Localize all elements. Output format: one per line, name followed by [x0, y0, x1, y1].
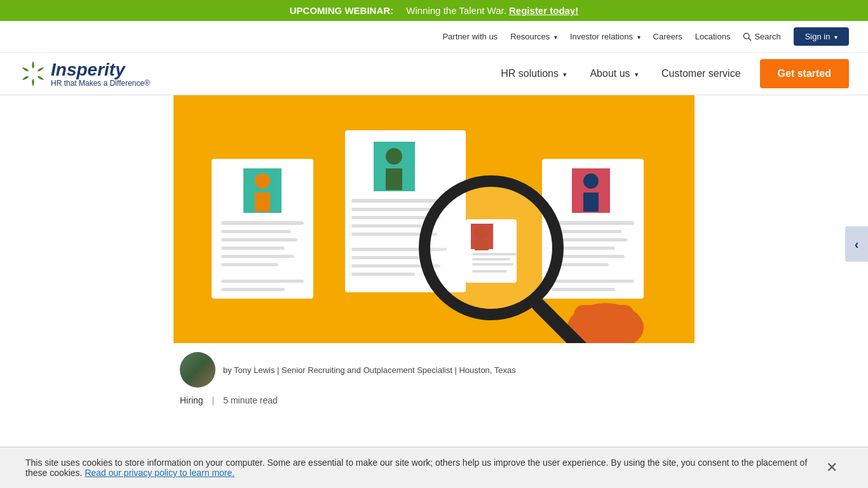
banner-label: UPCOMING WEBINAR: — [290, 5, 393, 16]
top-banner: UPCOMING WEBINAR: Winning the Talent War… — [0, 0, 868, 21]
svg-rect-50 — [472, 258, 510, 261]
primary-nav-links: HR solutions ▾ About us ▾ Customer servi… — [501, 68, 740, 79]
svg-rect-31 — [583, 193, 599, 212]
logo-text: Insperity — [51, 60, 150, 80]
article-category: Hiring — [180, 395, 203, 405]
svg-rect-10 — [221, 247, 285, 250]
investor-relations-link[interactable]: Investor relations ▾ — [570, 32, 641, 41]
investor-relations-dropdown-arrow: ▾ — [637, 34, 641, 41]
svg-point-5 — [255, 173, 270, 189]
svg-rect-33 — [552, 230, 621, 233]
svg-point-30 — [583, 173, 599, 189]
svg-rect-13 — [221, 280, 304, 283]
svg-rect-8 — [221, 230, 291, 233]
logo-area[interactable]: Insperity HR that Makes a Difference® — [19, 60, 150, 88]
svg-rect-11 — [221, 255, 294, 258]
svg-rect-52 — [472, 270, 507, 273]
svg-rect-32 — [552, 221, 634, 225]
svg-rect-25 — [351, 256, 428, 259]
article-meta: Hiring | 5 minute read — [173, 393, 695, 408]
svg-rect-51 — [472, 263, 513, 266]
author-byline: by Tony Lewis | Senior Recruiting and Ou… — [223, 365, 516, 375]
search-label: Search — [754, 32, 780, 41]
meta-separator: | — [212, 395, 215, 405]
hr-solutions-dropdown-arrow: ▾ — [563, 71, 567, 78]
resources-link[interactable]: Resources ▾ — [510, 32, 557, 41]
get-started-button[interactable]: Get started — [760, 59, 849, 88]
hero-area: by Tony Lewis | Senior Recruiting and Ou… — [173, 95, 695, 408]
svg-point-47 — [475, 226, 489, 240]
svg-rect-19 — [351, 199, 447, 203]
svg-point-17 — [386, 148, 402, 165]
svg-rect-18 — [386, 168, 402, 190]
svg-rect-27 — [351, 273, 415, 276]
article-read-time: 5 minute read — [223, 395, 278, 405]
about-us-link[interactable]: About us ▾ — [590, 68, 639, 79]
partner-with-us-link[interactable]: Partner with us — [442, 32, 498, 41]
svg-line-1 — [749, 38, 752, 41]
banner-link[interactable]: Register today! — [509, 5, 578, 16]
search-icon — [743, 32, 752, 41]
author-row: by Tony Lewis | Senior Recruiting and Ou… — [173, 343, 695, 393]
search-link[interactable]: Search — [743, 32, 780, 41]
secondary-nav: Partner with us Resources ▾ Investor rel… — [0, 21, 868, 53]
svg-rect-49 — [472, 253, 517, 255]
hr-solutions-link[interactable]: HR solutions ▾ — [501, 68, 567, 79]
svg-rect-6 — [255, 193, 270, 212]
svg-rect-7 — [221, 221, 304, 225]
primary-nav: Insperity HR that Makes a Difference® HR… — [0, 53, 868, 95]
svg-rect-12 — [221, 263, 278, 266]
hero-illustration — [173, 95, 695, 343]
logo-tagline: HR that Makes a Difference® — [51, 79, 150, 88]
sign-in-button[interactable]: Sign in ▾ — [794, 27, 849, 46]
svg-rect-38 — [552, 280, 634, 283]
svg-rect-39 — [552, 288, 615, 291]
svg-rect-14 — [221, 288, 285, 291]
svg-rect-22 — [351, 224, 421, 227]
about-us-dropdown-arrow: ▾ — [635, 71, 639, 78]
svg-rect-20 — [351, 208, 434, 211]
banner-text: Winning the Talent War. — [406, 5, 506, 16]
logo-icon — [19, 60, 47, 88]
svg-point-0 — [744, 33, 750, 39]
svg-rect-41 — [574, 305, 634, 340]
locations-link[interactable]: Locations — [695, 32, 731, 41]
careers-link[interactable]: Careers — [653, 32, 682, 41]
customer-service-link[interactable]: Customer service — [661, 68, 740, 79]
sidebar-arrow[interactable]: ‹ — [845, 226, 868, 262]
hero-image — [173, 95, 695, 343]
svg-rect-9 — [221, 238, 297, 241]
author-avatar — [180, 352, 215, 388]
sign-in-dropdown-arrow: ▾ — [834, 34, 837, 41]
resources-dropdown-arrow: ▾ — [554, 34, 557, 41]
svg-rect-48 — [475, 240, 489, 250]
chevron-left-icon: ‹ — [855, 237, 859, 252]
